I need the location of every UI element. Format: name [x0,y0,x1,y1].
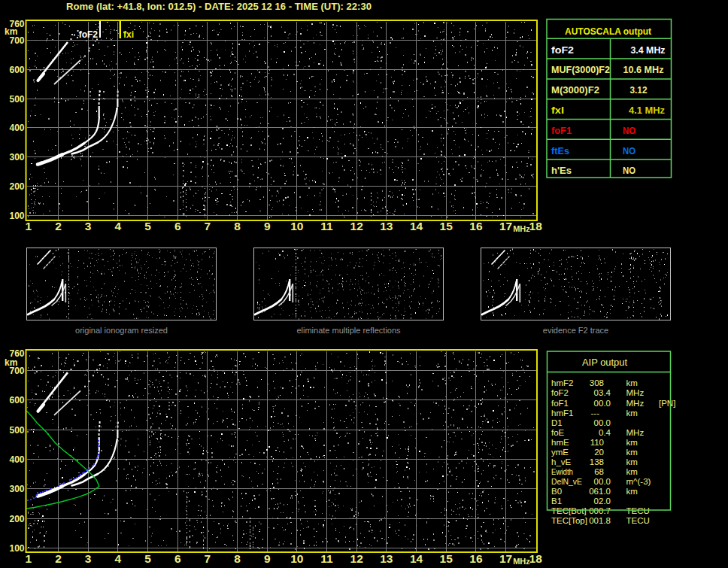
svg-text:Ewidth: Ewidth [551,467,573,476]
svg-text:500: 500 [9,425,24,436]
svg-text:400: 400 [9,454,24,465]
svg-text:B0: B0 [551,487,562,496]
svg-text:7: 7 [204,552,211,565]
svg-text:14: 14 [410,552,423,565]
svg-text:2: 2 [55,220,62,232]
svg-text:200: 200 [9,514,24,524]
svg-text:hmE: hmE [551,438,569,447]
svg-text:km: km [626,457,638,466]
svg-text:MHz: MHz [513,224,530,233]
svg-text:TECU: TECU [626,516,650,525]
svg-text:MHz: MHz [626,388,645,397]
svg-text:3.4 MHz: 3.4 MHz [631,45,666,56]
svg-text:001.8: 001.8 [589,516,611,525]
svg-text:1: 1 [25,552,32,565]
svg-text:km: km [626,438,638,447]
svg-text:km: km [626,448,638,457]
svg-text:TEC[Top]: TEC[Top] [551,516,587,525]
svg-text:MHz: MHz [626,428,645,437]
svg-text:foF2: foF2 [79,29,99,40]
svg-text:8: 8 [234,552,241,565]
svg-text:308: 308 [590,378,604,387]
svg-text:km: km [626,487,638,496]
svg-text:eliminate multiple reflections: eliminate multiple reflections [296,326,401,335]
svg-text:foF1: foF1 [551,399,569,408]
svg-text:700: 700 [9,35,24,46]
svg-text:---: --- [591,409,600,418]
svg-text:20: 20 [594,448,604,457]
svg-text:600: 600 [9,395,24,405]
svg-text:600: 600 [9,65,24,75]
svg-text:AUTOSCALA output: AUTOSCALA output [565,26,652,37]
svg-text:ymE: ymE [551,448,569,457]
svg-text:fxi: fxi [123,29,134,40]
svg-text:foE: foE [551,428,565,437]
svg-text:DelN_vE: DelN_vE [551,477,582,486]
svg-text:17: 17 [499,220,512,232]
svg-text:138: 138 [590,457,604,466]
svg-text:9: 9 [264,220,271,232]
svg-text:MUF(3000)F2: MUF(3000)F2 [551,65,610,75]
svg-text:9: 9 [264,552,271,565]
svg-text:14: 14 [410,220,423,232]
svg-text:m^(-3): m^(-3) [626,477,651,486]
svg-text:Rome (lat: +41.8, lon: 012.5): Rome (lat: +41.8, lon: 012.5) - DATE: 20… [66,1,372,12]
svg-text:3.12: 3.12 [630,85,648,96]
svg-text:ftEs: ftEs [551,146,569,156]
svg-text:4: 4 [114,220,121,232]
svg-text:300: 300 [9,484,24,494]
svg-text:17: 17 [499,552,512,565]
svg-text:18: 18 [529,552,543,565]
svg-text:300: 300 [9,152,24,163]
svg-text:6: 6 [174,220,181,232]
svg-text:5: 5 [144,552,151,565]
svg-text:110: 110 [590,438,604,447]
svg-text:00.0: 00.0 [594,399,611,408]
svg-text:16: 16 [469,220,483,232]
svg-text:13: 13 [380,220,393,232]
svg-text:10: 10 [290,552,303,565]
svg-text:NO: NO [623,166,635,176]
svg-text:12: 12 [350,220,363,232]
svg-text:foF2: foF2 [551,45,574,56]
svg-text:hmF1: hmF1 [551,409,573,418]
svg-text:foF2: foF2 [551,388,569,397]
svg-text:km: km [626,378,638,387]
svg-text:NO: NO [623,126,635,136]
svg-text:M(3000)F2: M(3000)F2 [551,85,599,96]
svg-text:10.6 MHz: 10.6 MHz [623,65,664,75]
svg-text:400: 400 [9,123,24,133]
svg-text:68: 68 [594,467,604,476]
svg-text:16: 16 [469,552,483,565]
svg-text:hmF2: hmF2 [551,378,573,387]
svg-text:km: km [626,409,638,418]
svg-text:100: 100 [9,211,24,221]
svg-text:4: 4 [114,552,121,565]
svg-text:8: 8 [234,220,241,232]
svg-text:[PN]: [PN] [659,399,675,408]
svg-text:MHz: MHz [513,557,530,566]
svg-text:h_vE: h_vE [551,457,572,466]
svg-text:km: km [626,467,638,476]
svg-text:12: 12 [350,552,363,565]
svg-text:fxI: fxI [551,105,564,116]
svg-text:15: 15 [440,220,453,232]
svg-text:1: 1 [25,220,32,232]
svg-text:500: 500 [9,94,24,105]
svg-text:18: 18 [529,220,543,232]
svg-text:15: 15 [440,552,453,565]
svg-text:10: 10 [290,220,303,232]
svg-text:13: 13 [380,552,393,565]
svg-text:2: 2 [55,552,62,565]
svg-text:D1: D1 [551,418,563,427]
svg-text:foF1: foF1 [551,126,572,136]
svg-text:0.4: 0.4 [599,428,611,437]
svg-text:7: 7 [204,220,211,232]
svg-text:3: 3 [85,552,92,565]
svg-text:061.0: 061.0 [589,487,611,496]
svg-text:B1: B1 [551,497,562,506]
svg-text:MHz: MHz [626,399,645,408]
svg-text:11: 11 [320,552,333,565]
svg-text:4.1 MHz: 4.1 MHz [629,105,665,116]
svg-text:5: 5 [144,220,151,232]
